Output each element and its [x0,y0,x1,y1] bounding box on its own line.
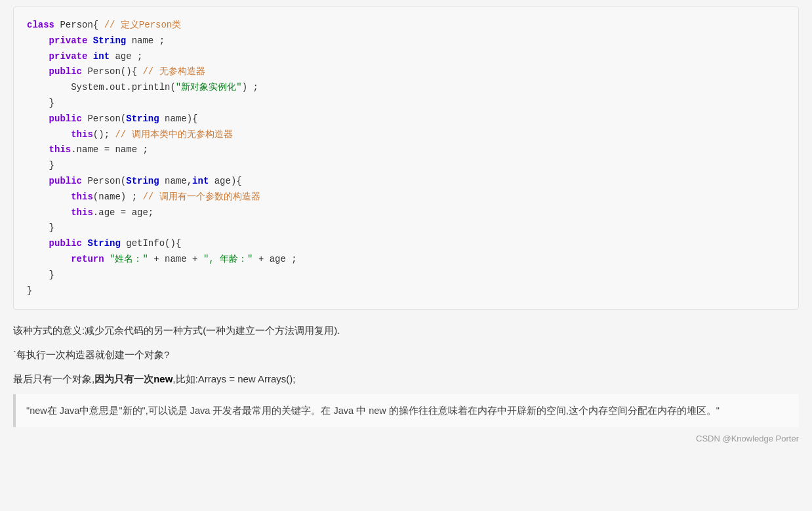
quote-text: "new在 Java中意思是"新的",可以说是 Java 开发者最常用的关键字。… [26,405,720,416]
conclusion-new: new [153,373,173,384]
code-block: class Person{ // 定义Person类 private Strin… [13,7,799,310]
watermark-text: CSDN @Knowledge Porter [696,434,799,443]
conclusion-prefix: 最后只有一个对象, [13,373,94,384]
page-container: class Person{ // 定义Person类 private Strin… [0,0,812,457]
conclusion-bold: 因为只有一次 [94,373,153,384]
prose-meaning: 该种方式的意义:减少冗余代码的另一种方式(一种为建立一个方法调用复用). [13,321,799,339]
watermark: CSDN @Knowledge Porter [13,434,799,443]
conclusion-suffix: ,比如:Arrays = new Arrays(); [173,373,295,384]
quote-block: "new在 Java中意思是"新的",可以说是 Java 开发者最常用的关键字。… [13,394,799,427]
prose-question: `每执行一次构造器就创建一个对象? [13,346,799,363]
prose-conclusion: 最后只有一个对象,因为只有一次new,比如:Arrays = new Array… [13,370,799,388]
